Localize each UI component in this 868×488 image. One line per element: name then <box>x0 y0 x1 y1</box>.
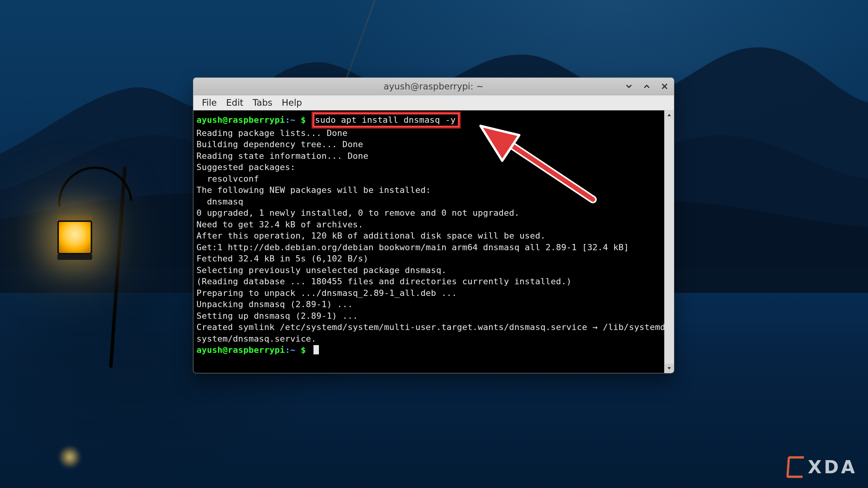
prompt-colon: : <box>285 115 290 125</box>
xda-text: XDA <box>808 457 857 478</box>
menu-file[interactable]: File <box>198 96 221 109</box>
scrollbar-up-button[interactable] <box>665 110 674 120</box>
highlighted-command: sudo apt install dnsmasq -y <box>313 113 460 127</box>
scrollbar-track[interactable] <box>665 120 674 364</box>
terminal[interactable]: ayush@raspberrypi:~ $ sudo apt install d… <box>193 110 674 373</box>
window-title: ayush@raspberrypi: ~ <box>384 81 484 91</box>
window-maximize-button[interactable] <box>641 81 652 92</box>
wallpaper-lantern <box>57 215 92 261</box>
terminal-scrollbar[interactable] <box>664 110 674 373</box>
terminal-prompt: ayush@raspberrypi:~ $ <box>196 115 311 125</box>
menu-tabs[interactable]: Tabs <box>249 96 276 109</box>
triangle-down-icon <box>666 366 672 371</box>
terminal-wrap: ayush@raspberrypi:~ $ sudo apt install d… <box>193 110 674 373</box>
terminal-cursor <box>313 345 319 354</box>
wallpaper-lantern-reflection <box>58 445 81 469</box>
terminal-window: ayush@raspberrypi: ~ File Edit Tabs Help… <box>193 77 674 373</box>
window-menubar: File Edit Tabs Help <box>193 95 674 110</box>
window-titlebar[interactable]: ayush@raspberrypi: ~ <box>193 78 674 95</box>
close-icon <box>660 82 669 91</box>
xda-watermark: XDA <box>787 456 857 478</box>
xda-bracket-icon <box>786 456 804 478</box>
menu-help[interactable]: Help <box>278 96 306 109</box>
prompt-dollar: $ <box>295 115 311 125</box>
scrollbar-down-button[interactable] <box>665 364 674 373</box>
menu-edit[interactable]: Edit <box>222 96 248 109</box>
window-close-button[interactable] <box>659 81 670 92</box>
window-controls <box>623 78 670 95</box>
prompt-user: ayush@raspberrypi <box>196 115 285 125</box>
terminal-output: Reading package lists... Done Building d… <box>196 128 671 344</box>
triangle-up-icon <box>666 112 672 118</box>
chevron-up-icon <box>642 82 651 91</box>
terminal-prompt-2: ayush@raspberrypi:~ $ <box>196 345 311 355</box>
prompt-path: ~ <box>290 115 295 125</box>
window-minimize-button[interactable] <box>623 81 634 92</box>
chevron-down-icon <box>625 82 633 91</box>
